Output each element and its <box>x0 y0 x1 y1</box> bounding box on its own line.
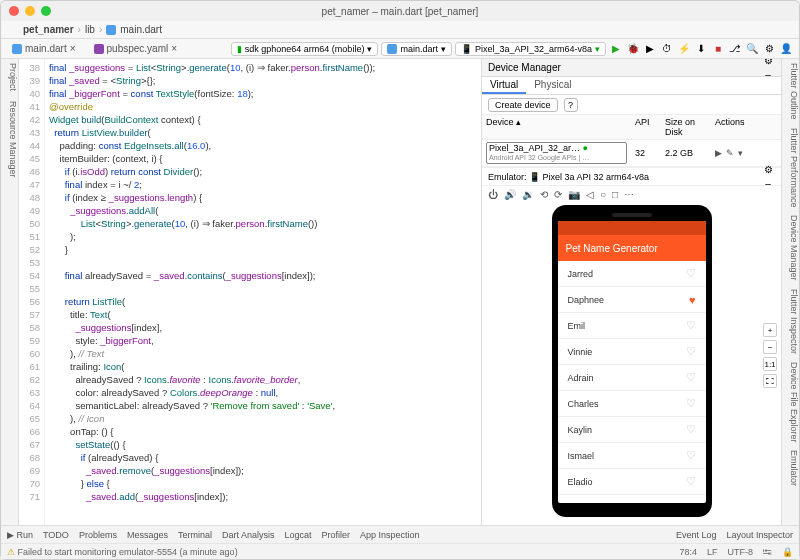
attach-icon[interactable]: ⬇ <box>694 42 708 56</box>
coverage-icon[interactable]: ▶ <box>643 42 657 56</box>
zoom-fit-icon[interactable]: 1:1 <box>763 357 777 371</box>
settings-icon[interactable]: ⚙ <box>761 163 775 177</box>
favorite-icon[interactable]: ♡ <box>686 267 696 280</box>
vol-down-icon[interactable]: 🔉 <box>522 189 534 200</box>
favorite-icon[interactable]: ♡ <box>686 501 696 503</box>
col-size[interactable]: Size on Disk <box>661 115 711 139</box>
run-config-selector[interactable]: main.dart▾ <box>381 42 452 56</box>
col-device[interactable]: Device ▴ <box>482 115 631 139</box>
zoom-out-icon[interactable]: − <box>763 340 777 354</box>
col-actions[interactable]: Actions <box>711 115 781 139</box>
zoom-in-icon[interactable]: + <box>763 323 777 337</box>
close-tab-icon[interactable]: × <box>171 43 177 54</box>
tab-terminal[interactable]: Terminal <box>178 530 212 540</box>
tab-messages[interactable]: Messages <box>127 530 168 540</box>
vcs-icon[interactable]: ⎇ <box>728 42 742 56</box>
favorite-icon[interactable]: ♡ <box>686 371 696 384</box>
tab-physical[interactable]: Physical <box>526 77 579 94</box>
favorite-icon[interactable]: ♡ <box>686 319 696 332</box>
list-item[interactable]: Eladio♡ <box>558 469 706 495</box>
avatar-icon[interactable]: 👤 <box>779 42 793 56</box>
settings-icon[interactable]: ⚙ <box>762 42 776 56</box>
tab-logcat[interactable]: Logcat <box>284 530 311 540</box>
tab-todo[interactable]: TODO <box>43 530 69 540</box>
more-icon[interactable]: ⋯ <box>624 189 634 200</box>
list-item[interactable]: Adrain♡ <box>558 365 706 391</box>
tool-emulator[interactable]: Emulator <box>782 450 799 486</box>
list-item[interactable]: Ismael♡ <box>558 443 706 469</box>
tab-run[interactable]: ▶ Run <box>7 530 33 540</box>
run-icon[interactable]: ▶ <box>609 42 623 56</box>
edit-icon[interactable]: ✎ <box>726 148 734 158</box>
hot-reload-icon[interactable]: ⚡ <box>677 42 691 56</box>
screenshot-icon[interactable]: 📷 <box>568 189 580 200</box>
tab-app-inspection[interactable]: App Inspection <box>360 530 420 540</box>
list-item[interactable]: Charles♡ <box>558 391 706 417</box>
zoom-icon[interactable] <box>41 6 51 16</box>
power-icon[interactable]: ⏻ <box>488 189 498 200</box>
tab-event-log[interactable]: Event Log <box>676 530 717 540</box>
col-api[interactable]: API <box>631 115 661 139</box>
settings-icon[interactable]: ⚙ <box>761 59 775 68</box>
tool-device-file-explorer[interactable]: Device File Explorer <box>782 362 799 443</box>
breadcrumb-project[interactable]: pet_namer <box>23 24 74 35</box>
list-item[interactable]: Daphnee♥ <box>558 287 706 313</box>
vol-up-icon[interactable]: 🔊 <box>504 189 516 200</box>
code-content[interactable]: final _suggestions = List<String>.genera… <box>45 59 481 525</box>
tool-flutter-inspector[interactable]: Flutter Inspector <box>782 289 799 354</box>
pet-list[interactable]: Jarred♡Daphnee♥Emil♡Vinnie♡Adrain♡Charle… <box>558 261 706 503</box>
table-row[interactable]: Pixel_3a_API_32_ar… ●Android API 32 Goog… <box>482 140 781 167</box>
tool-resource-manager[interactable]: Resource Manager <box>1 101 18 178</box>
line-sep[interactable]: LF <box>707 547 718 557</box>
list-item[interactable]: Emil♡ <box>558 313 706 339</box>
rotate-left-icon[interactable]: ⟲ <box>540 189 548 200</box>
home-icon[interactable]: ○ <box>600 189 606 200</box>
close-icon[interactable] <box>9 6 19 16</box>
back-icon[interactable]: ◁ <box>586 189 594 200</box>
play-icon[interactable]: ▶ <box>715 148 722 158</box>
debug-icon[interactable]: 🐞 <box>626 42 640 56</box>
zoom-actual-icon[interactable]: ⛶ <box>763 374 777 388</box>
list-item[interactable]: Kaylin♡ <box>558 417 706 443</box>
search-icon[interactable]: 🔍 <box>745 42 759 56</box>
indent-icon[interactable]: ⭾ <box>763 547 772 557</box>
encoding[interactable]: UTF-8 <box>728 547 754 557</box>
favorite-icon[interactable]: ♡ <box>686 397 696 410</box>
list-item[interactable]: Stefanie♡ <box>558 495 706 503</box>
breadcrumb-file[interactable]: main.dart <box>120 24 162 35</box>
favorite-icon[interactable]: ♡ <box>686 449 696 462</box>
tool-flutter-perf[interactable]: Flutter Performance <box>782 128 799 208</box>
help-icon[interactable]: ? <box>564 98 578 112</box>
more-icon[interactable]: ▾ <box>738 148 743 158</box>
tab-profiler[interactable]: Profiler <box>322 530 351 540</box>
favorite-icon[interactable]: ♥ <box>689 294 696 306</box>
overview-icon[interactable]: □ <box>612 189 618 200</box>
tab-main-dart[interactable]: main.dart× <box>7 42 81 55</box>
create-device-button[interactable]: Create device <box>488 98 558 112</box>
list-item[interactable]: Jarred♡ <box>558 261 706 287</box>
tool-flutter-outline[interactable]: Flutter Outline <box>782 63 799 120</box>
stop-icon[interactable]: ■ <box>711 42 725 56</box>
target-selector[interactable]: 📱Pixel_3a_API_32_arm64-v8a▾ <box>455 42 606 56</box>
close-tab-icon[interactable]: × <box>70 43 76 54</box>
tab-virtual[interactable]: Virtual <box>482 77 526 94</box>
favorite-icon[interactable]: ♡ <box>686 475 696 488</box>
tab-problems[interactable]: Problems <box>79 530 117 540</box>
rotate-right-icon[interactable]: ⟳ <box>554 189 562 200</box>
lock-icon[interactable]: 🔒 <box>782 547 793 557</box>
tool-project[interactable]: Project <box>1 63 18 91</box>
device-selector[interactable]: ▮sdk gphone64 arm64 (mobile)▾ <box>231 42 379 56</box>
code-editor[interactable]: 3839404142434445464748495051525354555657… <box>19 59 481 525</box>
tab-dart-analysis[interactable]: Dart Analysis <box>222 530 275 540</box>
tab-pubspec[interactable]: pubspec.yaml× <box>89 42 183 55</box>
favorite-icon[interactable]: ♡ <box>686 345 696 358</box>
phone-screen[interactable]: Pet Name Generator Jarred♡Daphnee♥Emil♡V… <box>558 221 706 503</box>
list-item[interactable]: Vinnie♡ <box>558 339 706 365</box>
minimize-icon[interactable] <box>25 6 35 16</box>
favorite-icon[interactable]: ♡ <box>686 423 696 436</box>
tool-device-manager[interactable]: Device Manager <box>782 215 799 281</box>
tab-layout-inspector[interactable]: Layout Inspector <box>726 530 793 540</box>
caret-position[interactable]: 78:4 <box>679 547 697 557</box>
breadcrumb-folder[interactable]: lib <box>85 24 95 35</box>
profile-icon[interactable]: ⏱ <box>660 42 674 56</box>
